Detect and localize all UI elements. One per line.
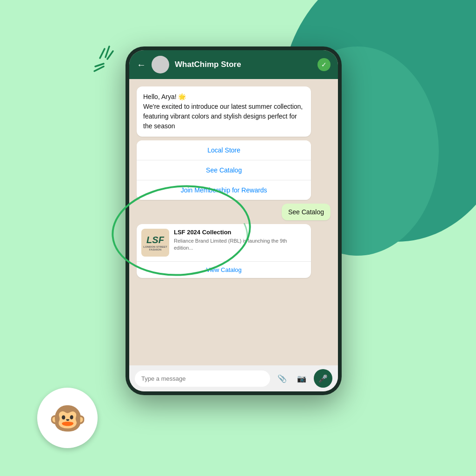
view-catalog-link[interactable]: View Catalog [137,261,311,278]
catalog-text: LSF 2024 Collection Reliance Brand Limit… [174,229,306,252]
camera-icon[interactable]: 📷 [294,371,309,386]
contact-name: WhatChimp Store [175,60,312,69]
verified-icon: ✓ [321,61,327,68]
verified-badge: ✓ [317,58,331,71]
quick-reply-membership[interactable]: Join Membership for Rewards [137,180,311,200]
attachment-icon[interactable]: 📎 [275,371,290,386]
quick-reply-local-store[interactable]: Local Store [137,140,311,160]
svg-line-3 [95,64,104,66]
catalog-image-inner: LSF LONDON STREET FASHION [141,229,169,257]
whatsapp-header: ← WhatChimp Store ✓ [129,50,338,79]
input-area: 📎 📷 🎤 [129,365,338,391]
catalog-card-content: LSF LONDON STREET FASHION LSF 2024 Colle… [137,224,311,261]
monkey-emoji: 🐵 [49,403,86,433]
message-greeting: Hello, Arya! 🌟 [143,93,186,100]
svg-line-0 [100,49,105,58]
sent-message: See Catalog [282,204,331,220]
brand-logo: 🐵 [37,388,98,448]
lsf-logo-text: LSF [146,235,164,245]
contact-avatar [152,56,169,73]
back-button[interactable]: ← [137,60,146,70]
monkey-circle: 🐵 [37,388,98,448]
catalog-description: Reliance Brand Limited (RBL) is launchin… [174,238,306,252]
svg-line-1 [106,46,109,57]
svg-line-2 [107,51,113,59]
mic-button[interactable]: 🎤 [314,369,332,388]
phone-device: ← WhatChimp Store ✓ Hello, Arya! 🌟 We're… [126,46,342,395]
incoming-message: Hello, Arya! 🌟 We're excited to introduc… [137,86,311,137]
catalog-image: LSF LONDON STREET FASHION [141,229,169,257]
device-screen: ← WhatChimp Store ✓ Hello, Arya! 🌟 We're… [129,50,338,391]
catalog-title: LSF 2024 Collection [174,229,306,236]
chat-area: Hello, Arya! 🌟 We're excited to introduc… [129,79,338,365]
message-body: We're excited to introduce our latest su… [143,103,303,130]
quick-reply-see-catalog[interactable]: See Catalog [137,160,311,180]
message-text: Hello, Arya! 🌟 We're excited to introduc… [143,92,304,131]
lsf-logo-sub: LONDON STREET FASHION [141,245,169,251]
sparkle-decoration [86,44,123,83]
catalog-card: LSF LONDON STREET FASHION LSF 2024 Colle… [137,224,311,278]
message-input[interactable] [135,370,270,387]
quick-reply-group: Local Store See Catalog Join Membership … [137,140,311,200]
